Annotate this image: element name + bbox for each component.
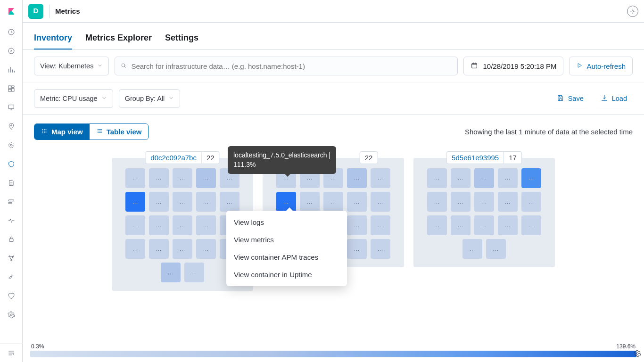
load-button[interactable]: Load <box>595 89 633 108</box>
visualize-icon[interactable] <box>0 60 23 79</box>
node-cell[interactable]: ... <box>451 192 471 212</box>
discover-icon[interactable] <box>0 41 23 60</box>
filter-row-secondary: Metric: CPU usage Group By: All Save Loa… <box>23 82 644 115</box>
node-cell[interactable]: ... <box>521 192 541 212</box>
tab-metrics-explorer[interactable]: Metrics Explorer <box>85 33 152 49</box>
svg-point-26 <box>42 132 43 133</box>
node-cell[interactable]: ... <box>498 215 518 235</box>
auto-refresh-button[interactable]: Auto-refresh <box>569 57 633 75</box>
node-cell[interactable]: ... <box>347 215 367 235</box>
group-label[interactable]: d0c2c092a7bc 22 <box>145 151 219 164</box>
node-cell[interactable]: ... <box>347 239 367 259</box>
tab-settings[interactable]: Settings <box>165 33 198 49</box>
node-cell[interactable]: ... <box>371 215 390 235</box>
maps-icon[interactable] <box>0 117 23 136</box>
node-cell[interactable]: ... <box>451 168 471 188</box>
node-cell[interactable]: ... <box>371 168 390 188</box>
dev-tools-icon[interactable] <box>0 268 23 287</box>
search-bar[interactable] <box>115 57 458 75</box>
node-cell[interactable]: ... <box>149 168 169 188</box>
node-cell[interactable]: ... <box>220 192 239 212</box>
breadcrumb: Metrics <box>55 7 80 15</box>
infrastructure-icon[interactable] <box>0 155 23 173</box>
node-cell[interactable]: ... <box>149 192 169 212</box>
node-cell[interactable]: ... <box>486 239 506 259</box>
node-cell[interactable]: ... <box>125 192 145 212</box>
node-cell[interactable]: ... <box>125 239 145 259</box>
apm-icon[interactable] <box>0 192 23 211</box>
group-by-selector[interactable]: Group By: All <box>119 89 181 108</box>
save-button[interactable]: Save <box>551 89 589 108</box>
monitoring-icon[interactable] <box>0 287 23 305</box>
node-cell[interactable]: ... <box>196 239 216 259</box>
node-cell[interactable]: ... <box>521 168 541 188</box>
node-cell[interactable]: ... <box>300 192 320 212</box>
newsfeed-icon[interactable] <box>627 6 638 17</box>
node-cell[interactable]: ... <box>173 168 192 188</box>
node-cell[interactable]: ... <box>196 192 216 212</box>
node-cell[interactable]: ... <box>184 263 204 282</box>
node-cell[interactable]: ... <box>371 192 390 212</box>
node-cell[interactable]: ... <box>474 215 494 235</box>
node-cell[interactable]: ... <box>371 239 390 259</box>
node-cell[interactable]: ... <box>427 192 447 212</box>
node-cell[interactable]: ... <box>173 192 192 212</box>
node-context-menu: View logs View metrics View container AP… <box>226 211 347 286</box>
node-cell[interactable]: ... <box>149 239 169 259</box>
node-cell[interactable]: ... <box>125 168 145 188</box>
search-input[interactable] <box>131 62 452 70</box>
recently-viewed-icon[interactable] <box>0 23 23 41</box>
node-cell[interactable]: ... <box>474 192 494 212</box>
svg-point-20 <box>42 129 43 130</box>
node-cell[interactable]: ... <box>173 239 192 259</box>
table-view-toggle[interactable]: Table view <box>90 124 149 140</box>
canvas-icon[interactable] <box>0 98 23 117</box>
node-cell[interactable]: ... <box>125 215 145 235</box>
metric-selector[interactable]: Metric: CPU usage <box>34 89 113 108</box>
svg-rect-11 <box>8 202 12 204</box>
node-cell[interactable]: ... <box>462 239 482 259</box>
node-cell[interactable]: ... <box>347 192 367 212</box>
node-cell[interactable]: ... <box>149 215 169 235</box>
auto-refresh-label: Auto-refresh <box>586 62 626 70</box>
collapse-nav-icon[interactable] <box>0 343 23 362</box>
menu-view-metrics[interactable]: View metrics <box>226 231 347 248</box>
menu-view-logs[interactable]: View logs <box>226 214 347 231</box>
node-tooltip: localtesting_7.5.0_elasticsearch | 111.3… <box>228 146 336 174</box>
node-cell[interactable]: ... <box>451 215 471 235</box>
node-cell[interactable]: ... <box>196 168 216 188</box>
tab-inventory[interactable]: Inventory <box>34 33 72 49</box>
space-selector[interactable]: D <box>28 4 43 19</box>
node-cell[interactable]: ... <box>498 168 518 188</box>
node-cell[interactable]: ... <box>427 168 447 188</box>
group-label[interactable]: 5d5e61e93995 17 <box>446 151 522 164</box>
menu-view-uptime[interactable]: View container in Uptime <box>226 266 347 283</box>
node-cell[interactable]: ... <box>347 168 367 188</box>
siem-icon[interactable] <box>0 230 23 249</box>
group-count: 22 <box>201 151 220 164</box>
date-picker[interactable]: 10/28/2019 5:20:18 PM <box>463 57 563 75</box>
legend-settings-icon[interactable] <box>634 350 641 359</box>
node-cell[interactable]: ... <box>161 263 181 282</box>
management-icon[interactable] <box>0 305 23 324</box>
node-cell[interactable]: ... <box>196 215 216 235</box>
node-cell[interactable]: ... <box>474 168 494 188</box>
node-cell[interactable]: ... <box>521 215 541 235</box>
node-cell[interactable]: ... <box>323 192 343 212</box>
node-cell[interactable]: ... <box>498 192 518 212</box>
menu-view-apm[interactable]: View container APM traces <box>226 248 347 266</box>
kibana-logo[interactable] <box>0 0 23 23</box>
view-selector[interactable]: View: Kubernetes <box>34 57 109 75</box>
ml-icon[interactable] <box>0 136 23 155</box>
svg-point-28 <box>46 132 47 133</box>
dashboard-icon[interactable] <box>0 79 23 98</box>
graph-icon[interactable] <box>0 249 23 268</box>
node-cell[interactable]: ... <box>173 215 192 235</box>
logs-icon[interactable] <box>0 173 23 192</box>
map-view-toggle[interactable]: Map view <box>34 124 90 140</box>
node-cell[interactable]: ... <box>427 215 447 235</box>
uptime-icon[interactable] <box>0 211 23 230</box>
nav-rail <box>0 0 23 362</box>
group-label[interactable]: 22 <box>360 151 378 164</box>
group-id: d0c2c092a7bc <box>145 151 201 164</box>
